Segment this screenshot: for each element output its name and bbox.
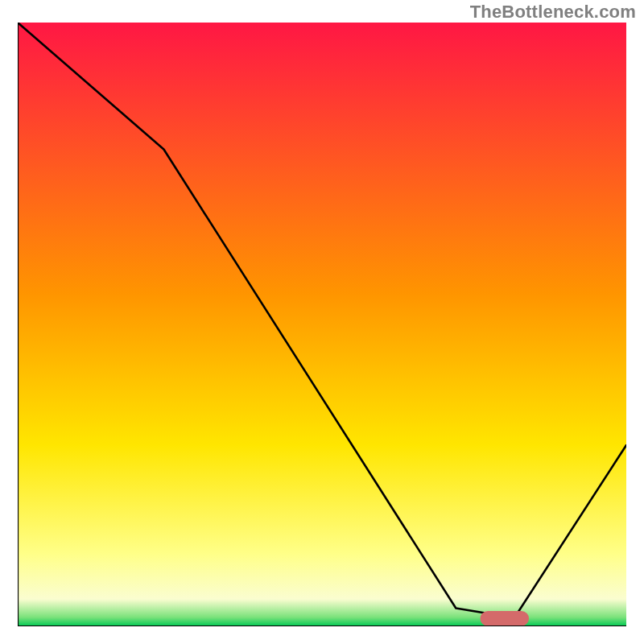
chart-container: TheBottleneck.com: [0, 0, 644, 644]
svg-rect-0: [18, 23, 626, 626]
chart-svg: [18, 23, 626, 626]
chart-plot-area: [18, 23, 626, 626]
watermark-text: TheBottleneck.com: [470, 2, 636, 23]
optimum-marker: [481, 611, 529, 626]
